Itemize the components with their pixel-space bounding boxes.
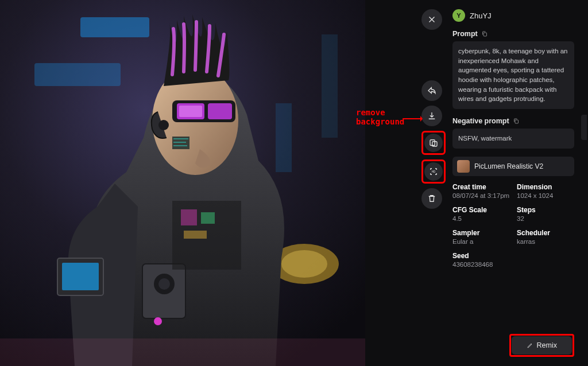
svg-rect-13 (172, 137, 189, 149)
download-button[interactable] (421, 106, 442, 126)
prompt-section-label: Prompt (452, 30, 574, 38)
upscale-hd-icon: HD (428, 166, 439, 177)
svg-rect-25 (201, 212, 215, 224)
model-name: PicLumen Realistic V2 (474, 162, 543, 170)
svg-rect-3 (276, 103, 292, 172)
right-edge-strip (581, 115, 587, 140)
svg-rect-24 (181, 209, 197, 225)
upscale-button[interactable]: HD (424, 162, 443, 181)
close-button[interactable] (421, 9, 442, 30)
negative-prompt-section-label: Negative prompt (452, 117, 574, 125)
svg-point-12 (158, 120, 169, 130)
prompt-text: cyberpunk, 8k, a teenage boy with an ine… (452, 41, 574, 109)
svg-point-21 (158, 278, 170, 290)
svg-rect-33 (483, 33, 487, 36)
avatar: Y (452, 9, 465, 22)
meta-cfg-scale: CFG Scale 4.5 (452, 206, 510, 222)
model-selector[interactable]: PicLumen Realistic V2 (452, 157, 574, 176)
annotation-highlight-remove-bg (421, 131, 446, 155)
meta-seed: Seed 43608238468 (452, 252, 574, 268)
download-icon (427, 111, 437, 121)
svg-rect-4 (322, 34, 338, 138)
negative-prompt-text: NSFW, watermark (452, 129, 574, 149)
copy-icon[interactable] (513, 118, 520, 124)
svg-rect-11 (179, 106, 202, 117)
svg-rect-10 (208, 103, 232, 119)
remix-button-label: Remix (537, 341, 557, 349)
remove-background-icon (428, 138, 439, 148)
metadata-grid: Creat time 08/07/24 at 3:17pm Dimension … (452, 183, 574, 268)
copy-icon[interactable] (481, 30, 488, 37)
meta-dimension: Dimension 1024 x 1024 (517, 183, 574, 199)
svg-text:HD: HD (432, 170, 436, 173)
meta-sampler: Sampler Eular a (452, 229, 510, 245)
svg-rect-34 (515, 120, 519, 123)
annotation-arrow (402, 115, 423, 123)
share-icon (427, 85, 437, 96)
details-panel: Y ZhuYJ Prompt cyberpunk, 8k, a teenage … (452, 0, 579, 366)
svg-point-22 (154, 317, 162, 325)
svg-rect-18 (62, 263, 99, 290)
trash-icon (427, 193, 437, 204)
model-thumbnail (457, 160, 470, 173)
annotation-highlight-remix: Remix (509, 334, 574, 357)
annotation-highlight-upscale: HD (421, 159, 446, 184)
share-button[interactable] (421, 80, 442, 101)
svg-rect-27 (0, 338, 365, 366)
pencil-icon (527, 342, 533, 349)
author-row[interactable]: Y ZhuYJ (452, 9, 574, 22)
svg-rect-1 (80, 17, 149, 37)
remove-background-button[interactable] (424, 134, 443, 152)
meta-create-time: Creat time 08/07/24 at 3:17pm (452, 183, 510, 199)
delete-button[interactable] (421, 188, 442, 209)
svg-point-6 (281, 250, 327, 278)
meta-steps: Steps 32 (517, 206, 574, 222)
svg-marker-32 (420, 116, 423, 122)
author-name: ZhuYJ (470, 11, 492, 20)
svg-rect-2 (34, 63, 121, 86)
svg-rect-26 (184, 231, 207, 239)
remix-button[interactable]: Remix (512, 336, 572, 355)
meta-scheduler: Scheduler karras (517, 229, 574, 245)
action-buttons-column: HD (421, 9, 446, 209)
generated-image-preview (0, 0, 365, 366)
annotation-text: remove background (356, 108, 404, 126)
close-icon (427, 14, 437, 25)
